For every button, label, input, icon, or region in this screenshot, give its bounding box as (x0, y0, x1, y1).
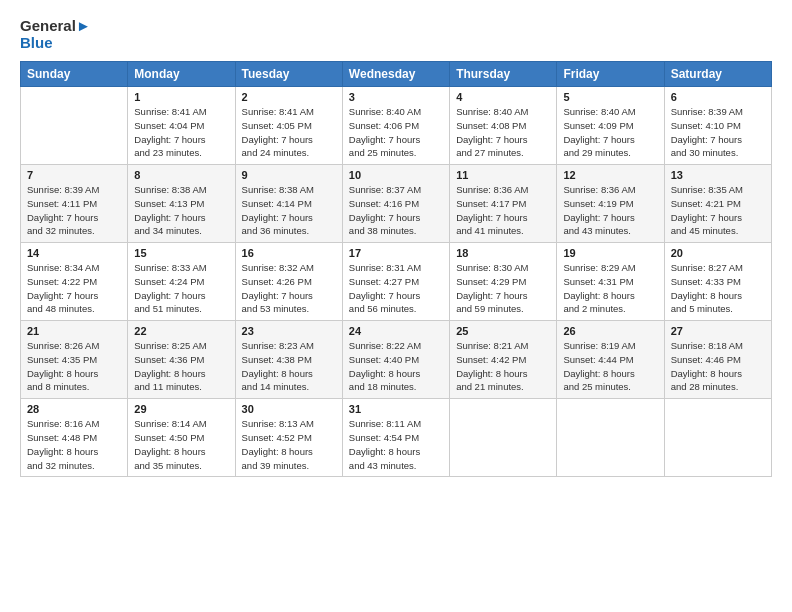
day-number: 18 (456, 247, 550, 259)
calendar-table: SundayMondayTuesdayWednesdayThursdayFrid… (20, 61, 772, 477)
day-info: Sunrise: 8:38 AM Sunset: 4:14 PM Dayligh… (242, 183, 336, 238)
day-number: 24 (349, 325, 443, 337)
day-info: Sunrise: 8:39 AM Sunset: 4:10 PM Dayligh… (671, 105, 765, 160)
day-info: Sunrise: 8:36 AM Sunset: 4:17 PM Dayligh… (456, 183, 550, 238)
calendar-cell: 30Sunrise: 8:13 AM Sunset: 4:52 PM Dayli… (235, 399, 342, 477)
calendar-header-row: SundayMondayTuesdayWednesdayThursdayFrid… (21, 62, 772, 87)
day-info: Sunrise: 8:34 AM Sunset: 4:22 PM Dayligh… (27, 261, 121, 316)
calendar-cell: 18Sunrise: 8:30 AM Sunset: 4:29 PM Dayli… (450, 243, 557, 321)
day-info: Sunrise: 8:16 AM Sunset: 4:48 PM Dayligh… (27, 417, 121, 472)
calendar-week-row: 1Sunrise: 8:41 AM Sunset: 4:04 PM Daylig… (21, 87, 772, 165)
day-number: 7 (27, 169, 121, 181)
day-info: Sunrise: 8:37 AM Sunset: 4:16 PM Dayligh… (349, 183, 443, 238)
day-info: Sunrise: 8:25 AM Sunset: 4:36 PM Dayligh… (134, 339, 228, 394)
calendar-cell: 25Sunrise: 8:21 AM Sunset: 4:42 PM Dayli… (450, 321, 557, 399)
day-info: Sunrise: 8:27 AM Sunset: 4:33 PM Dayligh… (671, 261, 765, 316)
calendar-cell: 31Sunrise: 8:11 AM Sunset: 4:54 PM Dayli… (342, 399, 449, 477)
col-header-sunday: Sunday (21, 62, 128, 87)
calendar-cell: 17Sunrise: 8:31 AM Sunset: 4:27 PM Dayli… (342, 243, 449, 321)
day-info: Sunrise: 8:41 AM Sunset: 4:05 PM Dayligh… (242, 105, 336, 160)
calendar-cell: 26Sunrise: 8:19 AM Sunset: 4:44 PM Dayli… (557, 321, 664, 399)
day-number: 10 (349, 169, 443, 181)
day-number: 6 (671, 91, 765, 103)
day-info: Sunrise: 8:19 AM Sunset: 4:44 PM Dayligh… (563, 339, 657, 394)
day-info: Sunrise: 8:41 AM Sunset: 4:04 PM Dayligh… (134, 105, 228, 160)
col-header-tuesday: Tuesday (235, 62, 342, 87)
calendar-cell: 14Sunrise: 8:34 AM Sunset: 4:22 PM Dayli… (21, 243, 128, 321)
calendar-cell: 6Sunrise: 8:39 AM Sunset: 4:10 PM Daylig… (664, 87, 771, 165)
day-number: 26 (563, 325, 657, 337)
day-number: 20 (671, 247, 765, 259)
calendar-cell: 10Sunrise: 8:37 AM Sunset: 4:16 PM Dayli… (342, 165, 449, 243)
day-number: 19 (563, 247, 657, 259)
calendar-cell: 22Sunrise: 8:25 AM Sunset: 4:36 PM Dayli… (128, 321, 235, 399)
calendar-cell (21, 87, 128, 165)
calendar-cell: 5Sunrise: 8:40 AM Sunset: 4:09 PM Daylig… (557, 87, 664, 165)
day-info: Sunrise: 8:30 AM Sunset: 4:29 PM Dayligh… (456, 261, 550, 316)
day-info: Sunrise: 8:33 AM Sunset: 4:24 PM Dayligh… (134, 261, 228, 316)
calendar-page: General► Blue SundayMondayTuesdayWednesd… (0, 0, 792, 612)
calendar-cell: 8Sunrise: 8:38 AM Sunset: 4:13 PM Daylig… (128, 165, 235, 243)
logo-mark: General► Blue (20, 18, 91, 51)
day-number: 31 (349, 403, 443, 415)
calendar-cell: 3Sunrise: 8:40 AM Sunset: 4:06 PM Daylig… (342, 87, 449, 165)
day-number: 21 (27, 325, 121, 337)
day-info: Sunrise: 8:14 AM Sunset: 4:50 PM Dayligh… (134, 417, 228, 472)
calendar-cell: 20Sunrise: 8:27 AM Sunset: 4:33 PM Dayli… (664, 243, 771, 321)
calendar-cell: 13Sunrise: 8:35 AM Sunset: 4:21 PM Dayli… (664, 165, 771, 243)
day-number: 25 (456, 325, 550, 337)
day-info: Sunrise: 8:32 AM Sunset: 4:26 PM Dayligh… (242, 261, 336, 316)
day-info: Sunrise: 8:36 AM Sunset: 4:19 PM Dayligh… (563, 183, 657, 238)
calendar-cell: 11Sunrise: 8:36 AM Sunset: 4:17 PM Dayli… (450, 165, 557, 243)
calendar-cell: 16Sunrise: 8:32 AM Sunset: 4:26 PM Dayli… (235, 243, 342, 321)
col-header-thursday: Thursday (450, 62, 557, 87)
day-number: 14 (27, 247, 121, 259)
day-info: Sunrise: 8:11 AM Sunset: 4:54 PM Dayligh… (349, 417, 443, 472)
calendar-cell (557, 399, 664, 477)
logo-text-general: General► (20, 18, 91, 35)
day-info: Sunrise: 8:31 AM Sunset: 4:27 PM Dayligh… (349, 261, 443, 316)
calendar-cell (664, 399, 771, 477)
day-number: 5 (563, 91, 657, 103)
day-info: Sunrise: 8:26 AM Sunset: 4:35 PM Dayligh… (27, 339, 121, 394)
day-number: 12 (563, 169, 657, 181)
day-info: Sunrise: 8:21 AM Sunset: 4:42 PM Dayligh… (456, 339, 550, 394)
col-header-wednesday: Wednesday (342, 62, 449, 87)
day-info: Sunrise: 8:40 AM Sunset: 4:06 PM Dayligh… (349, 105, 443, 160)
day-info: Sunrise: 8:38 AM Sunset: 4:13 PM Dayligh… (134, 183, 228, 238)
calendar-cell: 23Sunrise: 8:23 AM Sunset: 4:38 PM Dayli… (235, 321, 342, 399)
logo-text-blue: Blue (20, 35, 53, 52)
day-number: 23 (242, 325, 336, 337)
day-number: 28 (27, 403, 121, 415)
day-info: Sunrise: 8:13 AM Sunset: 4:52 PM Dayligh… (242, 417, 336, 472)
calendar-cell: 28Sunrise: 8:16 AM Sunset: 4:48 PM Dayli… (21, 399, 128, 477)
day-number: 8 (134, 169, 228, 181)
day-info: Sunrise: 8:39 AM Sunset: 4:11 PM Dayligh… (27, 183, 121, 238)
day-info: Sunrise: 8:18 AM Sunset: 4:46 PM Dayligh… (671, 339, 765, 394)
calendar-week-row: 21Sunrise: 8:26 AM Sunset: 4:35 PM Dayli… (21, 321, 772, 399)
day-number: 22 (134, 325, 228, 337)
day-number: 16 (242, 247, 336, 259)
calendar-cell: 29Sunrise: 8:14 AM Sunset: 4:50 PM Dayli… (128, 399, 235, 477)
col-header-monday: Monday (128, 62, 235, 87)
day-number: 27 (671, 325, 765, 337)
day-number: 3 (349, 91, 443, 103)
day-number: 15 (134, 247, 228, 259)
logo: General► Blue (20, 18, 91, 51)
calendar-cell: 4Sunrise: 8:40 AM Sunset: 4:08 PM Daylig… (450, 87, 557, 165)
day-info: Sunrise: 8:40 AM Sunset: 4:09 PM Dayligh… (563, 105, 657, 160)
day-number: 29 (134, 403, 228, 415)
calendar-cell: 2Sunrise: 8:41 AM Sunset: 4:05 PM Daylig… (235, 87, 342, 165)
calendar-cell: 27Sunrise: 8:18 AM Sunset: 4:46 PM Dayli… (664, 321, 771, 399)
calendar-cell: 24Sunrise: 8:22 AM Sunset: 4:40 PM Dayli… (342, 321, 449, 399)
calendar-cell: 15Sunrise: 8:33 AM Sunset: 4:24 PM Dayli… (128, 243, 235, 321)
calendar-cell (450, 399, 557, 477)
col-header-friday: Friday (557, 62, 664, 87)
day-number: 30 (242, 403, 336, 415)
calendar-cell: 21Sunrise: 8:26 AM Sunset: 4:35 PM Dayli… (21, 321, 128, 399)
calendar-cell: 19Sunrise: 8:29 AM Sunset: 4:31 PM Dayli… (557, 243, 664, 321)
calendar-cell: 7Sunrise: 8:39 AM Sunset: 4:11 PM Daylig… (21, 165, 128, 243)
calendar-week-row: 14Sunrise: 8:34 AM Sunset: 4:22 PM Dayli… (21, 243, 772, 321)
day-number: 9 (242, 169, 336, 181)
day-info: Sunrise: 8:40 AM Sunset: 4:08 PM Dayligh… (456, 105, 550, 160)
